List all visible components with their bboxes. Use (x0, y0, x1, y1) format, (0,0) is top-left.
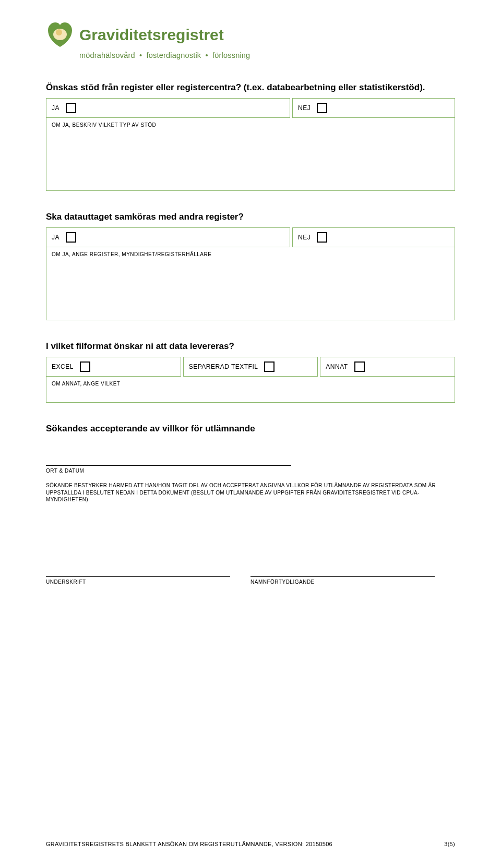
acceptance-heading: Sökandes accepterande av villkor för utl… (46, 424, 455, 434)
support-describe-box[interactable]: OM JA, BESKRIV VILKET TYP AV STÖD (46, 118, 455, 191)
logo-title: Graviditetsregistret (79, 27, 224, 43)
underskrift-line[interactable] (46, 576, 230, 577)
samkoras-no-cell: NEJ (292, 227, 455, 247)
tagline-part: mödrahälsovård (79, 51, 135, 59)
disclaimer-text: SÖKANDE BESTYRKER HÄRMED ATT HAN/HON TAG… (46, 482, 455, 503)
tagline-part: fosterdiagnostik (147, 51, 201, 59)
question-filformat-heading: I vilket filformat önskar ni att data le… (46, 341, 455, 352)
ort-datum-label: ORT & DATUM (46, 468, 455, 474)
no-label: NEJ (298, 104, 311, 112)
samkoras-no-checkbox[interactable] (317, 232, 327, 243)
samkoras-yes-cell: JA (46, 227, 290, 247)
logo-icon (46, 21, 74, 49)
svg-point-1 (56, 29, 62, 35)
filformat-row: EXCEL SEPARERAD TEXTFIL ANNAT (46, 357, 455, 377)
ort-datum-line[interactable] (46, 465, 291, 466)
signature-row: UNDERSKRIFT NAMNFÖRTYDLIGANDE (46, 576, 455, 585)
samkoras-yes-checkbox[interactable] (66, 232, 76, 243)
namn-line[interactable] (250, 576, 435, 577)
underskrift-col: UNDERSKRIFT (46, 576, 250, 585)
yes-label: JA (52, 234, 59, 241)
excel-label: EXCEL (52, 363, 74, 370)
underskrift-label: UNDERSKRIFT (46, 579, 250, 585)
page-footer: GRAVIDITETSREGISTRETS BLANKETT ANSÖKAN O… (46, 841, 455, 847)
footer-version: GRAVIDITETSREGISTRETS BLANKETT ANSÖKAN O… (46, 841, 332, 847)
samkoras-describe-label: OM JA, ANGE REGISTER, MYNDIGHET/REGISTER… (52, 251, 211, 257)
question-support-heading: Önskas stöd från register eller register… (46, 82, 455, 93)
namn-label: NAMNFÖRTYDLIGANDE (250, 579, 455, 585)
support-describe-label: OM JA, BESKRIV VILKET TYP AV STÖD (52, 122, 156, 128)
bullet-icon: • (139, 51, 142, 59)
question-samkoras-heading: Ska datauttaget samköras med andra regis… (46, 212, 455, 222)
annat-label: ANNAT (326, 363, 348, 370)
footer-pagenum: 3(5) (444, 841, 455, 847)
samkoras-yesno-row: JA NEJ (46, 227, 455, 247)
filformat-annat-checkbox[interactable] (354, 361, 365, 372)
filformat-textfil-checkbox[interactable] (264, 361, 275, 372)
yes-label: JA (52, 104, 59, 112)
namn-col: NAMNFÖRTYDLIGANDE (250, 576, 455, 585)
samkoras-describe-box[interactable]: OM JA, ANGE REGISTER, MYNDIGHET/REGISTER… (46, 247, 455, 320)
bullet-icon: • (206, 51, 208, 59)
tagline-part: förlossning (212, 51, 250, 59)
no-label: NEJ (298, 234, 311, 241)
support-yesno-row: JA NEJ (46, 98, 455, 118)
logo-block: Graviditetsregistret (46, 21, 455, 49)
filformat-describe-box[interactable]: OM ANNAT, ANGE VILKET (46, 377, 455, 403)
textfil-label: SEPARERAD TEXTFIL (189, 363, 258, 370)
filformat-describe-label: OM ANNAT, ANGE VILKET (52, 381, 120, 387)
support-no-cell: NEJ (292, 98, 455, 118)
logo-tagline: mödrahälsovård • fosterdiagnostik • förl… (79, 51, 455, 59)
filformat-textfil-cell: SEPARERAD TEXTFIL (183, 357, 318, 377)
filformat-excel-checkbox[interactable] (80, 361, 90, 372)
support-yes-cell: JA (46, 98, 290, 118)
support-no-checkbox[interactable] (317, 103, 327, 113)
filformat-excel-cell: EXCEL (46, 357, 181, 377)
support-yes-checkbox[interactable] (66, 103, 76, 113)
filformat-annat-cell: ANNAT (320, 357, 455, 377)
